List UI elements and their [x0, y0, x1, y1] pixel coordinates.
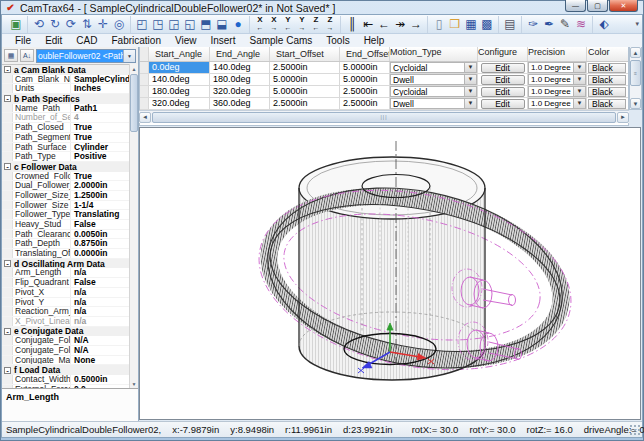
path-selector-combobox[interactable]: oubleFollower02 <Path1> ▼ [36, 49, 136, 63]
property-value[interactable]: Path1 [71, 104, 138, 113]
pan-icon[interactable]: ✛ [95, 16, 111, 32]
alphabetical-sort-icon[interactable]: A↓ [20, 49, 34, 62]
scroll-up-icon[interactable]: ▲ [130, 64, 138, 73]
skip-start-icon[interactable]: ⇤ [360, 16, 376, 32]
start-offset-cell[interactable]: 5.0000in [270, 86, 340, 97]
property-value[interactable]: n/a [71, 288, 138, 297]
property-value[interactable]: n/a [71, 317, 138, 326]
property-value[interactable]: 1.2500in [71, 191, 138, 200]
step-back-icon[interactable]: ← [376, 16, 392, 32]
view-cube-sw-icon[interactable]: ◱ [182, 16, 198, 32]
property-value[interactable]: True [71, 172, 138, 181]
property-value[interactable]: n/a [71, 298, 138, 307]
property-grid-scrollbar[interactable]: ▲ ▼ [129, 64, 138, 388]
view-cube-bottom-icon[interactable]: ⬓ [214, 16, 230, 32]
property-value[interactable]: Cylinder [71, 143, 138, 152]
property-row[interactable]: Pivot_X n/a [2, 288, 138, 298]
property-value[interactable]: 0.8750in [71, 239, 138, 248]
start-angle-cell[interactable]: 320.0deg [149, 98, 210, 109]
rotate-cw-icon[interactable]: ⟳ [63, 16, 79, 32]
motion-type-combobox[interactable]: Cycloidal ▼ [390, 62, 477, 73]
view-cube-ne-icon[interactable]: ◳ [150, 16, 166, 32]
start-offset-cell[interactable]: 2.5000in [270, 62, 340, 73]
table-vertical-scrollbar[interactable]: ▲ ≡ ▼ [629, 47, 642, 110]
property-value[interactable]: N/A [71, 336, 138, 345]
collapse-icon[interactable]: - [4, 328, 11, 335]
view-x-pos-icon[interactable]: X→ [267, 16, 281, 32]
property-row[interactable]: Path_Clearance 0.0050in [2, 230, 138, 240]
menu-item-help[interactable]: Help [357, 34, 392, 47]
property-value[interactable]: 2.0000in [71, 181, 138, 190]
view-y-neg-icon[interactable]: Y← [281, 16, 295, 32]
property-value[interactable]: N/A [71, 346, 138, 355]
property-value[interactable]: 0.0000in [71, 249, 138, 258]
property-value[interactable]: n/a [71, 268, 138, 277]
row-selector[interactable] [140, 98, 149, 109]
menu-item-edit[interactable]: Edit [38, 34, 69, 47]
start-angle-cell[interactable]: 140.0deg [149, 74, 210, 85]
scrollbar-thumb[interactable]: ||| [152, 112, 616, 123]
property-row[interactable]: Conjugate_Maste None [2, 356, 138, 366]
property-value[interactable]: Positive [71, 152, 138, 161]
close-button[interactable]: ✕ [609, 0, 638, 12]
export-model-icon[interactable]: ⬖ [596, 16, 612, 32]
property-row[interactable]: Dual_Follower_S 2.0000in [2, 181, 138, 191]
chevron-down-icon[interactable]: ▼ [464, 99, 476, 108]
menu-item-tools[interactable]: Tools [319, 34, 356, 47]
chevron-down-icon[interactable]: ▼ [464, 63, 476, 72]
start-offset-cell[interactable]: 5.0000in [270, 74, 340, 85]
rotate-view-icon[interactable]: ↻ [47, 16, 63, 32]
chevron-down-icon[interactable]: ▼ [573, 75, 585, 84]
save-icon[interactable]: ▦ [463, 16, 479, 32]
property-row[interactable]: Name_Path Path1 [2, 104, 138, 114]
column-header-end-offset[interactable]: End_Offset [340, 47, 390, 61]
edit-button[interactable]: Edit [481, 99, 525, 109]
scroll-up-icon[interactable]: ▲ [630, 47, 641, 58]
property-value[interactable]: False [71, 278, 138, 287]
color-button[interactable]: Black [588, 87, 626, 97]
row-selector[interactable] [140, 86, 149, 97]
cad-viewport[interactable] [139, 127, 641, 420]
start-angle-cell[interactable]: 0.0deg [149, 62, 210, 73]
row-selector[interactable] [140, 62, 149, 73]
property-row[interactable]: Pivot_Y n/a [2, 298, 138, 308]
row-selector[interactable] [140, 74, 149, 85]
scroll-left-icon[interactable]: ◄ [139, 112, 151, 123]
column-header-motion-type[interactable]: Motion_Type [390, 47, 478, 61]
property-row[interactable]: Path_Segments_C True [2, 133, 138, 143]
open-file-icon[interactable]: ❒ [447, 16, 463, 32]
property-value[interactable]: SampleCylindrical [71, 75, 138, 84]
title-bar[interactable]: ✔ CamTrax64 - [ SampleCylindricalDoubleF… [0, 0, 644, 15]
pencil-icon[interactable]: ✎ [557, 16, 573, 32]
edit-button[interactable]: Edit [481, 63, 525, 73]
property-value[interactable]: Translating [71, 210, 138, 219]
property-row[interactable]: Path_Type Positive [2, 152, 138, 162]
property-value[interactable]: True [71, 133, 138, 142]
property-value[interactable]: 1-1/4 [71, 201, 138, 210]
chevron-down-icon[interactable]: ▼ [123, 50, 135, 62]
scrollbar-thumb[interactable]: ≡ [630, 60, 641, 86]
property-row[interactable]: Flip_Quadrant False [2, 278, 138, 288]
column-header-start-offset[interactable]: Start_Offset [270, 47, 340, 61]
shaded-view-icon[interactable]: ● [230, 16, 246, 32]
property-value[interactable]: Inches [71, 84, 138, 93]
property-row[interactable]: Follower_Size_Nu 1-1/4 [2, 201, 138, 211]
property-row[interactable]: Units Inches [2, 84, 138, 94]
property-row[interactable]: Arm_Length n/a [2, 268, 138, 278]
property-row[interactable]: Path_Depth 0.8750in [2, 239, 138, 249]
capture-screen-icon[interactable]: ▣ [8, 16, 24, 32]
view-z-neg-icon[interactable]: Z← [309, 16, 323, 32]
collapse-icon[interactable]: - [4, 95, 11, 102]
property-value[interactable]: True [71, 123, 138, 132]
categorized-view-icon[interactable]: ▦ [4, 49, 18, 62]
maximize-button[interactable]: ▢ [587, 0, 608, 12]
property-row[interactable]: Path_Surface Cylinder [2, 143, 138, 153]
orbit-icon[interactable]: ◎ [111, 16, 127, 32]
property-row[interactable]: Crowned_Follow True [2, 172, 138, 182]
view-z-pos-icon[interactable]: Z→ [323, 16, 337, 32]
property-value[interactable]: False [71, 220, 138, 229]
end-angle-cell[interactable]: 180.0deg [210, 74, 270, 85]
property-category[interactable]: - f Load Data [2, 365, 138, 375]
flip-vertical-icon[interactable]: ⇅ [79, 16, 95, 32]
scroll-down-icon[interactable]: ▼ [630, 98, 641, 109]
